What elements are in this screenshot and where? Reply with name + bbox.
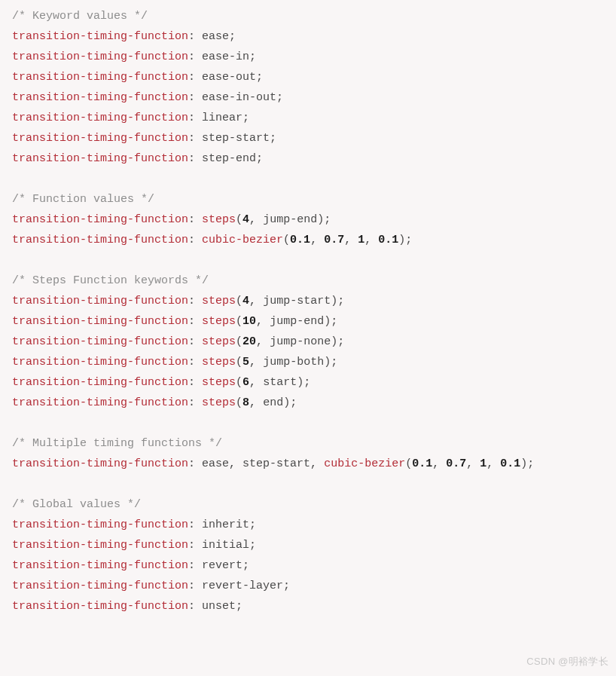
- code-line: transition-timing-function: steps(5, jum…: [12, 352, 604, 372]
- token-num: 0.1: [500, 457, 520, 470]
- comment: /* Keyword values */: [12, 10, 148, 23]
- token-func: steps: [202, 315, 236, 328]
- token-p: ,: [364, 234, 378, 246]
- token-plain: inherit: [202, 518, 249, 531]
- token-p: );: [324, 356, 337, 369]
- token-plain: start: [263, 376, 297, 389]
- token-prop: transition-timing-function: [12, 152, 188, 165]
- token-p: :: [188, 152, 202, 165]
- token-func: steps: [202, 396, 236, 409]
- token-p: ,: [249, 376, 263, 389]
- code-line: transition-timing-function: steps(10, ju…: [12, 311, 604, 332]
- token-prop: transition-timing-function: [12, 295, 188, 307]
- code-line: transition-timing-function: steps(8, end…: [12, 393, 604, 413]
- token-prop: transition-timing-function: [12, 132, 188, 145]
- token-prop: transition-timing-function: [12, 559, 188, 572]
- token-p: ,: [249, 396, 263, 409]
- token-plain: ease: [202, 30, 229, 43]
- token-num: 0.1: [290, 234, 310, 246]
- token-p: ,: [486, 457, 500, 470]
- token-plain: step-end: [202, 152, 256, 165]
- token-p: (: [236, 335, 242, 348]
- token-p: (: [405, 457, 412, 470]
- token-p: :: [188, 559, 202, 572]
- token-prop: transition-timing-function: [12, 580, 188, 592]
- token-p: :: [188, 457, 202, 470]
- token-p: );: [283, 396, 297, 409]
- comment: /* Steps Function keywords */: [12, 274, 209, 287]
- token-num: 1: [480, 457, 486, 470]
- token-p: ;: [242, 559, 249, 572]
- token-p: :: [188, 315, 202, 328]
- token-p: ,: [249, 356, 263, 369]
- token-p: ;: [256, 152, 263, 165]
- code-line: transition-timing-function: ease;: [12, 26, 604, 47]
- token-p: ;: [236, 600, 242, 613]
- token-prop: transition-timing-function: [12, 30, 188, 43]
- token-prop: transition-timing-function: [12, 335, 188, 348]
- token-p: :: [188, 356, 202, 369]
- token-plain: jump-end: [270, 315, 324, 328]
- token-p: (: [236, 295, 242, 307]
- token-plain: jump-end: [263, 213, 317, 226]
- token-func: steps: [202, 335, 236, 348]
- code-line: transition-timing-function: inherit;: [12, 515, 604, 535]
- code-line: transition-timing-function: initial;: [12, 535, 604, 555]
- token-p: :: [188, 71, 202, 84]
- code-line: transition-timing-function: steps(6, sta…: [12, 372, 604, 393]
- token-p: );: [317, 213, 331, 226]
- token-plain: linear: [202, 112, 242, 124]
- token-p: (: [236, 356, 242, 369]
- token-p: ;: [249, 50, 256, 63]
- token-prop: transition-timing-function: [12, 91, 188, 104]
- token-p: :: [188, 376, 202, 389]
- token-p: ,: [256, 335, 270, 348]
- token-p: ;: [249, 518, 256, 531]
- blank-line: [12, 250, 604, 271]
- token-num: 4: [242, 295, 249, 307]
- token-p: :: [188, 50, 202, 63]
- token-p: ;: [249, 539, 256, 552]
- token-p: :: [188, 580, 202, 592]
- token-prop: transition-timing-function: [12, 396, 188, 409]
- token-prop: transition-timing-function: [12, 518, 188, 531]
- token-p: ;: [256, 71, 263, 84]
- code-line: transition-timing-function: ease-in-out;: [12, 87, 604, 108]
- token-num: 5: [242, 356, 249, 369]
- token-plain: ease: [202, 457, 229, 470]
- token-num: 0.7: [324, 234, 344, 246]
- token-prop: transition-timing-function: [12, 234, 188, 246]
- token-p: :: [188, 518, 202, 531]
- token-p: ;: [283, 580, 290, 592]
- token-num: 20: [242, 335, 256, 348]
- token-prop: transition-timing-function: [12, 315, 188, 328]
- token-prop: transition-timing-function: [12, 376, 188, 389]
- token-plain: end: [263, 396, 283, 409]
- token-plain: jump-none: [270, 335, 331, 348]
- token-p: );: [331, 335, 344, 348]
- code-line: transition-timing-function: ease-in;: [12, 47, 604, 67]
- token-plain: ease-in: [202, 50, 249, 63]
- comment-line: /* Function values */: [12, 189, 604, 210]
- token-p: (: [236, 315, 242, 328]
- code-line: transition-timing-function: step-end;: [12, 148, 604, 169]
- token-prop: transition-timing-function: [12, 600, 188, 613]
- token-plain: revert: [202, 559, 242, 572]
- token-p: ,: [249, 295, 263, 307]
- comment-line: /* Steps Function keywords */: [12, 271, 604, 291]
- token-p: ;: [276, 91, 283, 104]
- token-prop: transition-timing-function: [12, 50, 188, 63]
- code-line: transition-timing-function: ease-out;: [12, 67, 604, 87]
- token-plain: step-start: [242, 457, 310, 470]
- code-line: transition-timing-function: steps(4, jum…: [12, 210, 604, 230]
- token-p: );: [297, 376, 310, 389]
- token-p: (: [236, 376, 242, 389]
- css-code-block: /* Keyword values */transition-timing-fu…: [0, 0, 616, 622]
- token-plain: ease-out: [202, 71, 256, 84]
- token-p: );: [520, 457, 534, 470]
- token-func: steps: [202, 213, 236, 226]
- token-num: 1: [358, 234, 364, 246]
- comment-line: /* Keyword values */: [12, 6, 604, 26]
- token-p: ;: [242, 112, 249, 124]
- token-p: :: [188, 600, 202, 613]
